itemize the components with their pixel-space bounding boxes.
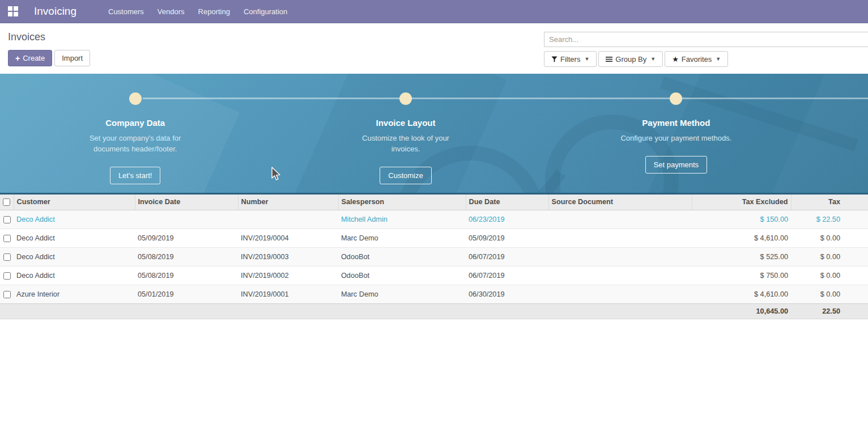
chevron-down-icon: ▼ [584, 56, 589, 62]
row-checkbox[interactable] [3, 291, 11, 298]
group-by-button[interactable]: Group By ▼ [598, 51, 663, 67]
table-header-row: Customer Invoice Date Number Salesperson… [0, 195, 868, 210]
onboarding-step-company-data: Company Data Set your company's data for… [0, 74, 270, 193]
row-checkbox[interactable] [3, 216, 11, 223]
cell-customer: Azure Interior [14, 285, 135, 303]
cell-customer: Deco Addict [14, 266, 135, 285]
menu-reporting[interactable]: Reporting [192, 1, 237, 23]
cell-due-date: 06/07/2019 [466, 247, 548, 266]
column-header-invoice-date[interactable]: Invoice Date [135, 195, 238, 210]
table-footer-row: 10,645.00 22.50 [0, 303, 868, 319]
step-dot-icon [129, 92, 142, 105]
onboarding-banner: Company Data Set your company's data for… [0, 74, 868, 195]
menu-vendors[interactable]: Vendors [151, 1, 192, 23]
cell-tax: $ 0.00 [791, 266, 868, 285]
cell-tax-excluded: $ 4,610.00 [692, 285, 791, 303]
import-button[interactable]: Import [54, 50, 90, 66]
column-header-number[interactable]: Number [238, 195, 338, 210]
cell-tax-excluded: $ 525.00 [692, 247, 791, 266]
cell-invoice-date: 05/08/2019 [135, 266, 238, 285]
filters-button[interactable]: Filters ▼ [544, 51, 597, 67]
column-header-source-document[interactable]: Source Document [548, 195, 692, 210]
chevron-down-icon: ▼ [716, 56, 721, 62]
create-button[interactable]: + Create [8, 50, 52, 66]
row-checkbox[interactable] [3, 272, 11, 280]
customize-button[interactable]: Customize [380, 167, 431, 184]
invoice-list-table: Customer Invoice Date Number Salesperson… [0, 195, 868, 319]
column-header-tax-excluded[interactable]: Tax Excluded [692, 195, 791, 210]
cell-salesperson: Marc Demo [338, 285, 466, 303]
cell-tax: $ 0.00 [791, 229, 868, 247]
cell-tax-excluded: $ 4,610.00 [692, 229, 791, 247]
cell-number: INV/2019/0001 [238, 285, 338, 303]
column-header-tax[interactable]: Tax [791, 195, 868, 210]
cell-due-date: 06/23/2019 [466, 210, 548, 229]
footer-tax-excluded-total: 10,645.00 [692, 303, 791, 319]
row-checkbox[interactable] [3, 235, 11, 242]
app-title[interactable]: Invoicing [34, 5, 76, 18]
cell-tax-excluded: $ 750.00 [692, 266, 791, 285]
table-row[interactable]: Deco Addict 05/08/2019 INV/2019/0003 Odo… [0, 247, 868, 266]
cell-invoice-date: 05/09/2019 [135, 229, 238, 247]
column-header-salesperson[interactable]: Salesperson [338, 195, 466, 210]
cell-customer: Deco Addict [14, 229, 135, 247]
cell-tax: $ 0.00 [791, 247, 868, 266]
step-dot-icon [399, 92, 412, 105]
cell-source-document [548, 210, 692, 229]
apps-menu-icon[interactable] [0, 0, 26, 23]
cell-customer: Deco Addict [14, 247, 135, 266]
cell-customer: Deco Addict [14, 210, 135, 229]
cell-source-document [548, 229, 692, 247]
column-header-customer[interactable]: Customer [14, 195, 135, 210]
step-title: Company Data [105, 118, 165, 128]
table-row[interactable]: Deco Addict Mitchell Admin 06/23/2019 $ … [0, 210, 868, 229]
step-title: Payment Method [642, 118, 710, 128]
cell-number: INV/2019/0003 [238, 247, 338, 266]
cell-source-document [548, 266, 692, 285]
row-checkbox[interactable] [3, 253, 11, 261]
cell-source-document [548, 247, 692, 266]
cell-due-date: 05/09/2019 [466, 229, 548, 247]
cell-invoice-date: 05/08/2019 [135, 247, 238, 266]
cell-due-date: 06/30/2019 [466, 285, 548, 303]
cell-tax: $ 0.00 [791, 285, 868, 303]
table-row[interactable]: Deco Addict 05/08/2019 INV/2019/0002 Odo… [0, 266, 868, 285]
cell-tax: $ 22.50 [791, 210, 868, 229]
set-payments-button[interactable]: Set payments [645, 156, 708, 174]
step-description: Configure your payment methods. [620, 133, 731, 144]
onboarding-step-invoice-layout: Invoice Layout Customize the look of you… [270, 74, 541, 193]
top-navbar: Invoicing Customers Vendors Reporting Co… [0, 0, 868, 23]
cell-source-document [548, 285, 692, 303]
column-header-due-date[interactable]: Due Date [466, 195, 548, 210]
cell-salesperson: OdooBot [338, 247, 466, 266]
search-input[interactable] [544, 32, 868, 47]
step-description: Customize the look of your invoices. [349, 133, 462, 155]
cell-due-date: 06/07/2019 [466, 266, 548, 285]
lets-start-button[interactable]: Let's start! [110, 167, 161, 184]
group-by-lines-icon [606, 56, 612, 62]
table-row[interactable]: Deco Addict 05/09/2019 INV/2019/0004 Mar… [0, 229, 868, 247]
step-title: Invoice Layout [376, 118, 435, 128]
cell-invoice-date [135, 210, 238, 229]
filter-funnel-icon [551, 56, 558, 62]
onboarding-step-payment-method: Payment Method Configure your payment me… [541, 74, 811, 193]
cell-number [238, 210, 338, 229]
star-icon: ★ [672, 55, 679, 64]
navbar-menu: Customers Vendors Reporting Configuratio… [101, 1, 294, 23]
cell-invoice-date: 05/01/2019 [135, 285, 238, 303]
cell-salesperson: OdooBot [338, 266, 466, 285]
cell-number: INV/2019/0004 [238, 229, 338, 247]
cell-number: INV/2019/0002 [238, 266, 338, 285]
step-dot-icon [670, 92, 682, 105]
cell-tax-excluded: $ 150.00 [692, 210, 791, 229]
select-all-checkbox[interactable] [3, 198, 10, 206]
cell-salesperson: Mitchell Admin [338, 210, 466, 229]
table-row[interactable]: Azure Interior 05/01/2019 INV/2019/0001 … [0, 285, 868, 303]
favorites-button[interactable]: ★ Favorites ▼ [665, 51, 728, 67]
menu-configuration[interactable]: Configuration [237, 1, 294, 23]
cell-salesperson: Marc Demo [338, 229, 466, 247]
control-panel: Invoices + Create Import Filters ▼ [0, 23, 868, 74]
menu-customers[interactable]: Customers [101, 1, 151, 23]
footer-tax-total: 22.50 [791, 303, 868, 319]
page-title: Invoices [8, 31, 90, 43]
